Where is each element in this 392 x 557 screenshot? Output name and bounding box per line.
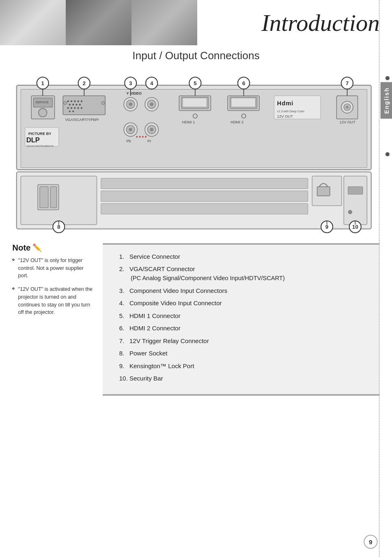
content-area: Note ✏️ "12V OUT" is only for trigger co… bbox=[12, 243, 380, 396]
svg-rect-72 bbox=[50, 187, 56, 208]
page-header: Introduction bbox=[0, 0, 392, 45]
svg-rect-56 bbox=[231, 98, 255, 107]
svg-point-47 bbox=[142, 136, 143, 137]
pencil-icon: ✏️ bbox=[32, 243, 42, 252]
svg-text:DLP: DLP bbox=[26, 136, 40, 144]
notes-list: "12V OUT" is only for trigger control. N… bbox=[12, 257, 95, 316]
page-title: Introduction bbox=[261, 9, 380, 37]
svg-rect-74 bbox=[101, 191, 308, 202]
svg-point-43 bbox=[150, 128, 153, 131]
svg-rect-75 bbox=[101, 204, 308, 214]
connector-list-item-4: 4.Composite Video Input Connector bbox=[119, 299, 369, 308]
header-image-2 bbox=[66, 0, 131, 45]
svg-rect-79 bbox=[348, 187, 363, 194]
english-tab-dot-bottom bbox=[385, 152, 390, 156]
svg-text:Y     VIDEO: Y VIDEO bbox=[126, 91, 141, 95]
svg-point-15 bbox=[81, 100, 82, 102]
connector-list-item-10: 10.Security Bar bbox=[119, 374, 369, 383]
svg-point-45 bbox=[136, 136, 138, 137]
header-image-1 bbox=[0, 0, 66, 45]
svg-point-22 bbox=[74, 107, 76, 109]
svg-text:9: 9 bbox=[325, 224, 328, 230]
svg-point-26 bbox=[72, 111, 74, 112]
connector-list-item-1: 1.Service Connector bbox=[119, 252, 369, 262]
english-tab-dot-top bbox=[385, 76, 390, 80]
svg-text:3: 3 bbox=[129, 80, 132, 86]
connector-list-item-6: 6.HDMI 2 Connector bbox=[119, 324, 369, 333]
notes-section: Note ✏️ "12V OUT" is only for trigger co… bbox=[12, 243, 95, 396]
note-item-2: "12V OUT" is activated when the projecto… bbox=[12, 285, 95, 316]
svg-point-13 bbox=[74, 100, 76, 102]
english-sidebar-tab: English bbox=[380, 82, 392, 119]
svg-text:10: 10 bbox=[352, 224, 358, 230]
svg-point-12 bbox=[71, 100, 72, 102]
svg-text:Pb: Pb bbox=[126, 139, 131, 143]
svg-point-28 bbox=[101, 101, 105, 104]
svg-point-33 bbox=[129, 102, 132, 106]
svg-rect-78 bbox=[344, 176, 367, 225]
header-images bbox=[0, 0, 197, 45]
svg-text:8: 8 bbox=[57, 224, 60, 230]
section-title: Input / Output Connections bbox=[0, 45, 392, 68]
svg-point-20 bbox=[67, 107, 69, 109]
connector-list-item-7: 7.12V Trigger Relay Connector bbox=[119, 337, 369, 346]
svg-point-39 bbox=[129, 128, 132, 131]
svg-point-27 bbox=[63, 101, 67, 104]
svg-point-23 bbox=[77, 107, 79, 109]
svg-point-5 bbox=[39, 109, 47, 117]
connector-list: 1.Service Connector2.VGA/SCART Connector… bbox=[119, 252, 369, 383]
page-number: 9 bbox=[364, 535, 378, 549]
svg-text:Hdmi: Hdmi bbox=[277, 100, 293, 107]
svg-text:2: 2 bbox=[83, 80, 85, 86]
svg-text:4: 4 bbox=[150, 80, 153, 86]
svg-text:6: 6 bbox=[242, 80, 245, 86]
svg-text:VGA/SCART/YPbPr: VGA/SCART/YPbPr bbox=[65, 118, 99, 122]
svg-point-19 bbox=[79, 104, 81, 105]
connector-list-item-2: 2.VGA/SCART Connector(PC Analog Signal/C… bbox=[119, 265, 369, 283]
note-item-1: "12V OUT" is only for trigger control. N… bbox=[12, 257, 95, 280]
connector-list-item-5: 5.HDMI 1 Connector bbox=[119, 311, 369, 321]
connector-list-section: 1.Service Connector2.VGA/SCART Connector… bbox=[103, 243, 380, 396]
svg-text:TEXAS INSTRUMENTS: TEXAS INSTRUMENTS bbox=[26, 144, 53, 147]
svg-text:v1.3 with Deep Color: v1.3 with Deep Color bbox=[277, 109, 304, 113]
svg-rect-51 bbox=[183, 98, 207, 107]
connector-list-item-8: 8.Power Socket bbox=[119, 349, 369, 358]
svg-rect-73 bbox=[101, 178, 308, 189]
svg-text:5: 5 bbox=[194, 80, 197, 86]
svg-text:7: 7 bbox=[346, 80, 348, 86]
svg-point-66 bbox=[346, 106, 348, 108]
svg-point-80 bbox=[348, 210, 352, 214]
svg-text:12V OUT: 12V OUT bbox=[339, 120, 355, 124]
svg-point-14 bbox=[77, 100, 79, 102]
svg-text:PICTURE BY: PICTURE BY bbox=[28, 132, 52, 136]
connector-list-item-3: 3.Component Video Input Connectors bbox=[119, 286, 369, 296]
header-image-3 bbox=[131, 0, 197, 45]
svg-text:HDMI 2: HDMI 2 bbox=[231, 120, 243, 124]
svg-point-25 bbox=[69, 111, 71, 112]
svg-text:Pr: Pr bbox=[148, 139, 151, 143]
svg-point-48 bbox=[145, 136, 147, 137]
svg-point-36 bbox=[150, 102, 153, 106]
svg-text:SERVICE: SERVICE bbox=[36, 100, 49, 104]
svg-text:12V OUT: 12V OUT bbox=[277, 114, 293, 118]
svg-rect-71 bbox=[40, 187, 48, 208]
svg-point-46 bbox=[139, 136, 141, 137]
svg-point-21 bbox=[71, 107, 72, 109]
svg-text:1: 1 bbox=[41, 80, 44, 86]
svg-point-18 bbox=[76, 104, 77, 105]
svg-point-17 bbox=[72, 104, 74, 105]
diagram-svg: SERVICE PICTURE BY DLP TEXAS INSTRUMENTS… bbox=[12, 68, 380, 233]
svg-point-16 bbox=[69, 104, 71, 105]
notes-header: Note ✏️ bbox=[12, 243, 95, 253]
svg-point-24 bbox=[81, 107, 82, 109]
svg-rect-77 bbox=[317, 187, 330, 196]
svg-text:HDMI 1: HDMI 1 bbox=[182, 120, 195, 124]
svg-point-11 bbox=[67, 100, 69, 102]
diagram-area: SERVICE PICTURE BY DLP TEXAS INSTRUMENTS… bbox=[12, 68, 380, 235]
notes-title: Note bbox=[12, 243, 30, 253]
connector-list-item-9: 9.Kensington™ Lock Port bbox=[119, 362, 369, 371]
